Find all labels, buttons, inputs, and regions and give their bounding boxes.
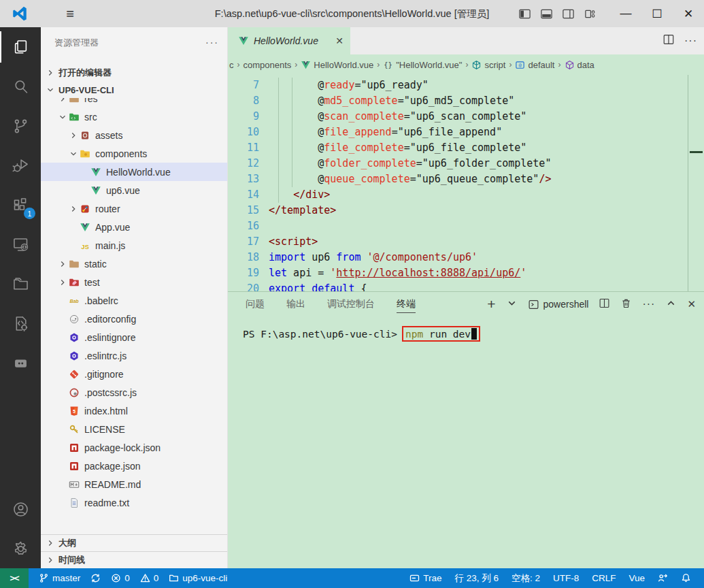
explorer-icon[interactable]: [0, 27, 41, 67]
ellipsis-icon[interactable]: ···: [684, 35, 697, 47]
api-file-icon[interactable]: [0, 304, 41, 343]
status-item-UTF-8[interactable]: UTF-8: [553, 573, 579, 583]
breadcrumb-item[interactable]: data: [565, 60, 594, 70]
tree-item-index-html[interactable]: 5index.html: [41, 402, 227, 420]
tree-item-assets[interactable]: assets: [41, 126, 227, 144]
project-root-section[interactable]: UP6-VUE-CLI: [41, 82, 227, 98]
tree-item--editorconfig[interactable]: .editorconfig: [41, 310, 227, 328]
tree-item-readme-txt[interactable]: readme.txt: [41, 493, 227, 512]
breadcrumb-label: "HelloWorld.vue": [396, 60, 462, 70]
chevron-down-icon[interactable]: [506, 297, 518, 312]
tree-item-app-vue[interactable]: App.vue: [41, 218, 227, 236]
status-item-行-23-列-6[interactable]: 行 23, 列 6: [454, 572, 499, 585]
ellipsis-icon[interactable]: ···: [205, 37, 219, 54]
tree-item-test[interactable]: test: [41, 273, 227, 291]
tree-item-src[interactable]: src: [41, 108, 227, 126]
tree-item-package-json[interactable]: package.json: [41, 457, 227, 475]
chevron-up-icon[interactable]: [665, 297, 677, 312]
extensions-icon[interactable]: 1: [0, 185, 41, 225]
status-item-bell-icon[interactable]: [681, 573, 691, 583]
run-debug-icon[interactable]: [0, 146, 41, 185]
tree-item--babelrc[interactable]: Bab.babelrc: [41, 291, 227, 310]
outline-section[interactable]: 大纲: [41, 534, 227, 551]
open-editors-section[interactable]: 打开的编辑器: [41, 64, 227, 82]
tab-helloworld-vue[interactable]: HelloWorld.vue ✕: [228, 27, 350, 54]
tree-item-label: README.md: [84, 479, 141, 490]
layout-panel-icon[interactable]: [535, 3, 557, 24]
remote-indicator[interactable]: ><: [0, 568, 29, 588]
breadcrumb-item[interactable]: @default: [515, 60, 554, 70]
tree-item-static[interactable]: static: [41, 255, 227, 273]
close-icon[interactable]: ✕: [335, 35, 343, 46]
explorer-title: 资源管理器: [54, 37, 99, 54]
tree-item-router[interactable]: router: [41, 199, 227, 218]
tree-item-label: .eslintignore: [84, 332, 136, 343]
status-item-master[interactable]: master: [39, 573, 80, 583]
code-editor[interactable]: 7 @ready="up6_ready"8 @md5_complete="up6…: [228, 75, 704, 291]
tree-item--eslintignore[interactable]: .eslintignore: [41, 328, 227, 346]
account-icon[interactable]: [0, 489, 41, 529]
status-item-feedback-icon[interactable]: [658, 573, 668, 583]
status-item-Trae[interactable]: Trae: [409, 573, 441, 583]
tree-item--postcssrc-js[interactable]: .postcssrc.js: [41, 383, 227, 402]
status-item-up6-vue-cli[interactable]: up6-vue-cli: [169, 573, 227, 583]
close-panel-icon[interactable]: ✕: [687, 298, 696, 310]
status-item-空格-2[interactable]: 空格: 2: [512, 572, 540, 585]
new-terminal-icon[interactable]: +: [487, 296, 495, 312]
tree-item--gitignore[interactable]: .gitignore: [41, 365, 227, 383]
status-item-0[interactable]: 0: [140, 573, 159, 583]
remote-explorer-icon[interactable]: [0, 225, 41, 264]
tree-item-helloworld-vue[interactable]: HelloWorld.vue: [41, 163, 227, 181]
tree-item-readme-md[interactable]: README.md: [41, 475, 227, 493]
breadcrumb-item[interactable]: c: [229, 60, 234, 70]
split-terminal-icon[interactable]: [599, 297, 610, 312]
close-button[interactable]: ✕: [673, 0, 704, 27]
panel-tab-terminal-active[interactable]: 终端: [397, 292, 416, 316]
tree-item--eslintrc-js[interactable]: .eslintrc.js: [41, 346, 227, 365]
breadcrumb-item[interactable]: script: [471, 60, 505, 70]
trash-icon[interactable]: [620, 297, 632, 312]
tree-item-package-lock-json[interactable]: package-lock.json: [41, 438, 227, 457]
tree-item-components[interactable]: components: [41, 144, 227, 163]
status-item-sync-icon[interactable]: [90, 573, 101, 583]
terminal-command-args: run dev: [423, 329, 471, 340]
line-number: 11: [228, 140, 259, 156]
status-item-CRLF[interactable]: CRLF: [592, 573, 616, 583]
tree-item-main-js[interactable]: JSmain.js: [41, 236, 227, 255]
terminal-shell-item[interactable]: powershell: [528, 299, 589, 310]
ai-chat-icon[interactable]: [0, 343, 41, 382]
tree-item-up6-vue[interactable]: up6.vue: [41, 181, 227, 199]
timeline-section[interactable]: 时间线: [41, 551, 227, 568]
maximize-button[interactable]: ☐: [641, 0, 673, 27]
panel-tab-问题[interactable]: 问题: [246, 292, 265, 316]
layout-secondary-sidebar-icon[interactable]: [557, 3, 579, 24]
tree-item-label: index.html: [84, 406, 128, 416]
menu-icon[interactable]: ≡: [60, 6, 80, 22]
split-editor-icon[interactable]: [663, 33, 675, 48]
code-line-12: 12 @folder_complete="up6_folder_complete…: [228, 156, 704, 172]
panel-tab-输出[interactable]: 输出: [286, 292, 305, 316]
code-link[interactable]: http://localhost:8888/api/up6/: [336, 267, 520, 279]
ellipsis-icon[interactable]: ···: [642, 298, 655, 310]
tree-item-label: .postcssrc.js: [84, 387, 137, 398]
folder-library-icon[interactable]: [0, 264, 41, 304]
tree-item-res[interactable]: res: [41, 98, 227, 108]
terminal-prompt: PS F:\asp.net\up6-vue-cli>: [243, 329, 397, 340]
terminal-content[interactable]: PS F:\asp.net\up6-vue-cli> npm run dev: [228, 316, 704, 568]
minimize-button[interactable]: —: [610, 0, 641, 27]
activity-bar: 1: [0, 27, 41, 568]
status-item-0[interactable]: 0: [111, 573, 130, 583]
status-item-Vue[interactable]: Vue: [628, 573, 645, 583]
source-control-icon[interactable]: [0, 106, 41, 146]
breadcrumb-item[interactable]: components: [244, 60, 292, 70]
layout-customize-icon[interactable]: [579, 3, 601, 24]
layout-sidebar-icon[interactable]: [514, 3, 535, 24]
breadcrumb-item[interactable]: HelloWorld.vue: [301, 60, 373, 70]
panel-tab-调试控制台[interactable]: 调试控制台: [327, 292, 375, 316]
settings-gear-icon[interactable]: [0, 529, 41, 568]
breadcrumb-item[interactable]: {}"HelloWorld.vue": [383, 60, 462, 70]
explorer-sidebar: 资源管理器 ··· 打开的编辑器 UP6-VUE-CLI ressrcasset…: [41, 27, 228, 568]
tree-item-license[interactable]: LICENSE: [41, 420, 227, 438]
search-icon[interactable]: [0, 67, 41, 106]
breadcrumb-separator: ›: [556, 60, 563, 69]
